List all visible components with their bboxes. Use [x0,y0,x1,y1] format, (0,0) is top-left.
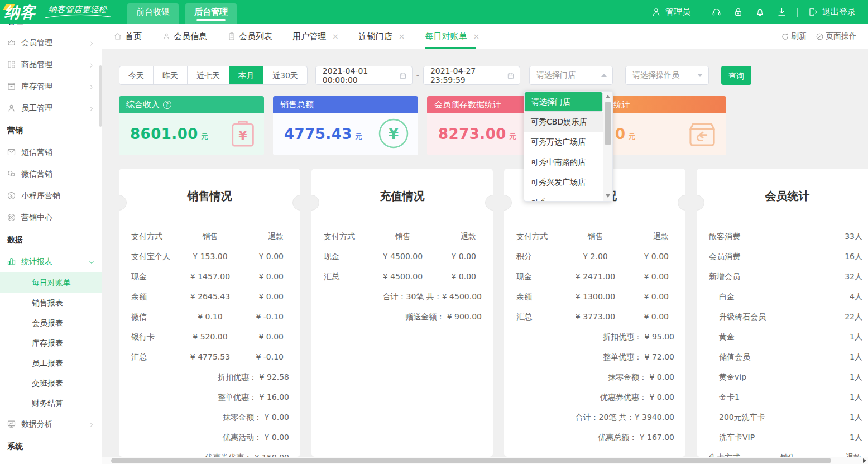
dropdown-option[interactable]: 可秀 [524,192,603,201]
sidebar-scrollbar-thumb[interactable] [99,65,102,127]
caret-down-icon [697,74,703,77]
horizontal-scrollbar[interactable] [102,457,868,464]
store-select[interactable]: 请选择门店 [529,66,613,85]
query-button[interactable]: 查询 [721,66,751,85]
close-icon[interactable]: × [473,32,479,41]
page-operations-button[interactable]: 页面操作 [816,31,857,41]
pay-method: 现金 [131,266,185,286]
sidebar-item-wechat[interactable]: 微信营销 [0,163,102,185]
dropdown-option[interactable]: 可秀兴发广场店 [524,172,603,192]
stat-value: 1人 [850,367,862,387]
sidebar-item-sms[interactable]: 短信营销 [0,141,102,163]
calendar-icon [507,71,515,80]
scroll-right-arrow-icon[interactable] [863,458,866,463]
dropdown-option[interactable]: 可秀万达广场店 [524,132,603,152]
close-icon[interactable]: × [399,32,405,41]
refund-amount: ¥ 0.00 [236,266,284,286]
download-button[interactable] [776,7,787,17]
table-row: 汇总 ¥ 4500.00 ¥ 0.00 [311,266,493,286]
preset-last30days[interactable]: 近30天 [263,66,307,84]
logout-button[interactable]: 退出登录 [808,7,856,17]
refund-amount: ¥ 0.00 [428,266,476,286]
envelope-icon [7,147,16,157]
tab-member-info[interactable]: 会员信息 [162,24,207,49]
chevron-right-icon [88,40,95,46]
person-icon [7,103,16,113]
summary-line: 合计：20笔 共：¥ 3940.00 [504,407,685,427]
refund-amount: ¥ -0.10 [236,347,284,367]
horizontal-scrollbar-thumb[interactable] [111,458,831,463]
app-window: 纳客 纳客管店更轻松 前台收银 后台管理 管理员 退出登录 [0,0,868,464]
sidebar-item-shift-report[interactable]: 交班报表 [0,373,102,393]
goods-icon [7,60,16,69]
summary-line: 折扣优惠： ¥ 95.00 [504,327,685,347]
stat-row: 新增会员 32人 [697,266,868,286]
summary-line: 优惠券优惠： ¥ 0.00 [504,387,685,407]
dropdown-option[interactable]: 可秀中南路的店 [524,152,603,172]
operator-select[interactable]: 请选择操作员 [625,66,709,85]
start-date-input[interactable]: 2021-04-01 00:00:00 [315,66,413,85]
dropdown-scrollbar-thumb[interactable] [605,102,611,145]
sales-amount: ¥ 0.10 [185,307,236,327]
dropdown-scrollbar[interactable] [603,92,612,201]
stat-row: 洗车卡VIP 1人 [697,427,868,447]
tab-user-management[interactable]: 用户管理 × [292,24,339,49]
stat-row: 会员消费 16人 [697,246,868,266]
dropdown-option[interactable]: 可秀CBD娱乐店 [524,112,603,132]
sidebar-item-daily-statement[interactable]: 每日对账单 [0,272,102,293]
sidebar: 管理 会员管理 商品管理 库存管理 员工管理 营销 短信营销 微 [0,24,102,464]
lock-icon [733,7,744,17]
preset-yesterday[interactable]: 昨天 [154,66,188,84]
nav-tab-frontdesk[interactable]: 前台收银 [127,3,179,24]
sidebar-item-marketing-center[interactable]: 营销中心 [0,207,102,228]
sidebar-item-goods[interactable]: 商品管理 [0,54,102,75]
sidebar-item-finance-settlement[interactable]: 财务结算 [0,393,102,413]
sidebar-item-sales-report[interactable]: 销售报表 [0,293,102,313]
preset-this-month[interactable]: 本月 [229,66,263,84]
close-icon[interactable]: × [332,32,339,41]
card-total-income: 综合收入 ? 8601.00 元 ¥ [119,96,264,155]
current-user[interactable]: 管理员 [651,7,690,17]
stat-label: 散客消费 [709,226,740,246]
sidebar-item-miniprogram[interactable]: 小程序营销 [0,185,102,207]
download-icon [776,7,787,17]
tab-chain-stores[interactable]: 连锁门店 × [359,24,405,49]
pay-method: 余额 [131,286,185,307]
table-row: 汇总 ¥ 4775.53 ¥ -0.10 [119,347,300,367]
tab-home[interactable]: 首页 [113,24,142,49]
sidebar-item-data-analysis[interactable]: 数据分析 [0,413,102,435]
end-date-input[interactable]: 2021-04-27 23:59:59 [423,66,520,85]
tab-daily-statement[interactable]: 每日对账单 × [425,24,479,49]
dropdown-option[interactable]: 请选择门店 [524,92,603,112]
sidebar-section-system: 系统 [0,435,102,457]
sidebar-item-reports[interactable]: 统计报表 [0,251,102,272]
preset-today[interactable]: 今天 [119,66,154,84]
preset-last7days[interactable]: 近七天 [188,66,229,84]
sidebar-item-staff-report[interactable]: 员工报表 [0,353,102,373]
card-unit: 元 [201,132,208,142]
svg-text:¥: ¥ [389,126,399,142]
stat-label: 洗车卡VIP [719,427,755,447]
refresh-button[interactable]: 刷新 [781,31,807,41]
support-button[interactable] [711,7,722,17]
help-icon[interactable]: ? [163,101,171,109]
summary-line: 折扣优惠： ¥ 92.58 [119,367,300,387]
sidebar-item-member-report[interactable]: 会员报表 [0,313,102,333]
refund-amount: ¥ 0.00 [236,286,284,307]
notifications-button[interactable] [755,7,765,17]
nav-tab-backoffice[interactable]: 后台管理 [185,3,237,24]
panel-title: 充值情况 [311,178,493,217]
stat-row: 升级砖石会员 22人 [697,307,868,327]
card-title: 销售总额 [280,99,314,110]
refund-amount: ¥ 0.00 [236,246,284,266]
sidebar-item-inventory-report[interactable]: 库存报表 [0,333,102,353]
lock-button[interactable] [733,7,744,17]
sidebar-item-inventory[interactable]: 库存管理 [0,75,102,97]
stat-row: 金卡1 1人 [697,387,868,407]
summary-line: 优惠券优惠： ¥ 150.00 [119,447,300,457]
sidebar-item-members[interactable]: 会员管理 [0,32,102,54]
tab-member-list[interactable]: 会员列表 [227,24,272,49]
pay-method: 汇总 [131,347,185,367]
panel-recharge: 充值情况 支付方式 销售 退款 现金 ¥ 4500.00 ¥ 0.00 汇总 ¥ [311,169,493,457]
sidebar-item-staff[interactable]: 员工管理 [0,97,102,119]
